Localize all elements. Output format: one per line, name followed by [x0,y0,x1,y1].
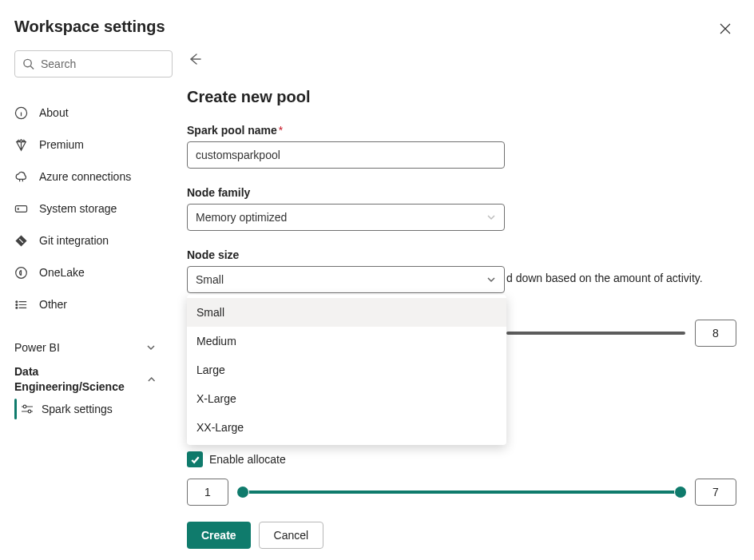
storage-icon [14,202,28,216]
sidebar-item-about[interactable]: About [14,97,174,129]
svg-point-7 [16,300,18,302]
section-data-engineering[interactable]: Data Engineering/Science [14,363,174,395]
svg-point-10 [23,405,26,408]
allocate-slider-handle-min[interactable] [237,487,248,498]
svg-point-3 [18,208,18,209]
svg-point-8 [16,304,18,305]
chevron-down-icon [145,342,157,353]
spark-pool-name-input[interactable] [187,141,505,169]
search-icon [22,58,34,70]
allocate-slider-handle-max[interactable] [675,487,686,498]
chevron-up-icon [146,374,157,385]
sidebar-item-label: Git integration [39,234,109,247]
back-arrow-icon[interactable] [187,52,201,66]
enable-allocate-checkbox[interactable] [187,451,203,467]
node-size-dropdown: Small Medium Large X-Large XX-Large [187,295,506,445]
git-icon [14,234,28,248]
close-icon[interactable] [719,22,732,35]
allocate-slider-track[interactable] [238,490,685,494]
node-family-select[interactable]: Memory optimized [187,204,505,231]
node-family-value: Memory optimized [196,211,287,224]
allocate-max-box[interactable]: 7 [695,479,736,506]
allocate-min-box[interactable]: 1 [187,479,228,506]
page-title: Create new pool [187,88,736,106]
checkmark-icon [190,455,200,465]
cloud-icon [14,170,28,184]
node-size-option-small[interactable]: Small [187,298,506,327]
node-size-select[interactable]: Small [187,266,505,293]
sidebar-item-label: Azure connections [39,170,131,183]
autoscale-description-fragment: d down based on the amount of activity. [506,272,703,284]
subnav-spark-settings[interactable]: Spark settings [21,395,174,423]
spark-pool-name-label: Spark pool name* [187,124,736,137]
node-size-value: Small [196,273,224,286]
sidebar-item-onelake[interactable]: OneLake [14,256,174,288]
create-button[interactable]: Create [187,522,251,549]
svg-rect-2 [15,205,26,212]
onelake-icon [14,266,28,280]
sidebar-item-premium[interactable]: Premium [14,129,174,161]
main-panel: Create new pool Spark pool name* Node fa… [174,50,754,549]
cancel-button[interactable]: Cancel [259,522,324,549]
sidebar-item-azure-connections[interactable]: Azure connections [14,161,174,193]
svg-point-0 [24,59,31,66]
settings-sidebar: About Premium Azure connections System s… [0,50,174,549]
node-size-label: Node size [187,248,736,261]
enable-allocate-label: Enable allocate [209,453,286,466]
allocate-range-slider: 1 7 [187,479,736,506]
sidebar-item-label: About [39,106,69,119]
svg-point-11 [28,410,31,413]
page-header-title: Workspace settings [14,18,165,36]
node-size-option-xlarge[interactable]: X-Large [187,384,506,413]
sidebar-item-label: OneLake [39,266,85,279]
node-size-option-large[interactable]: Large [187,355,506,384]
node-family-label: Node family [187,186,736,199]
node-size-option-medium[interactable]: Medium [187,327,506,355]
upper-slider-max-box[interactable]: 8 [695,320,736,347]
upper-slider-row: 8 [506,320,736,347]
section-label: Data Engineering/Science [14,364,146,395]
chevron-down-icon [486,212,496,222]
sidebar-item-system-storage[interactable]: System storage [14,193,174,224]
list-icon [14,298,28,312]
sidebar-item-label: System storage [39,202,117,215]
sliders-icon [21,403,34,415]
node-size-option-xxlarge[interactable]: XX-Large [187,413,506,442]
info-icon [14,106,28,120]
sidebar-item-label: Other [39,298,67,311]
upper-slider-track[interactable] [506,332,685,335]
sidebar-item-git-integration[interactable]: Git integration [14,224,174,256]
section-label: Power BI [14,341,60,354]
section-power-bi[interactable]: Power BI [14,332,174,363]
diamond-icon [14,138,28,152]
sidebar-item-label: Premium [39,138,84,151]
svg-point-9 [16,307,18,308]
sidebar-item-other[interactable]: Other [14,288,174,320]
subnav-label: Spark settings [42,403,113,415]
search-input[interactable] [14,50,173,77]
chevron-down-icon [486,275,496,284]
